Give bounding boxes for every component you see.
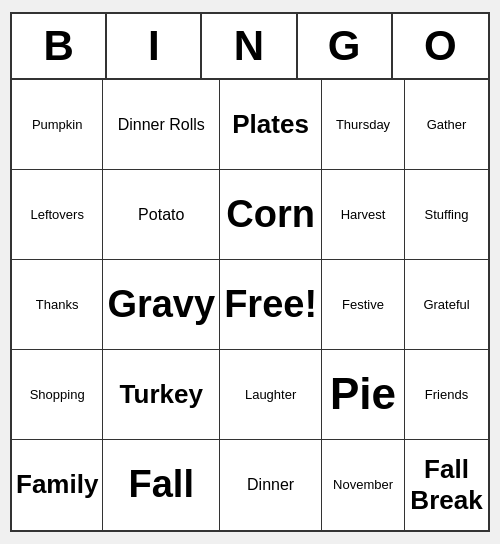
- cell-text: Leftovers: [30, 207, 83, 223]
- bingo-cell: Fall Break: [405, 440, 488, 530]
- cell-text: Gather: [427, 117, 467, 133]
- bingo-cell: Laughter: [220, 350, 322, 440]
- bingo-cell: Plates: [220, 80, 322, 170]
- cell-text: Turkey: [120, 379, 203, 410]
- cell-text: Pie: [330, 368, 396, 421]
- bingo-cell: Turkey: [103, 350, 220, 440]
- bingo-cell: Harvest: [322, 170, 405, 260]
- bingo-cell: Fall: [103, 440, 220, 530]
- cell-text: Free!: [224, 282, 317, 328]
- bingo-cell: Pumpkin: [12, 80, 103, 170]
- cell-text: Corn: [226, 192, 315, 238]
- bingo-cell: Friends: [405, 350, 488, 440]
- cell-text: Pumpkin: [32, 117, 83, 133]
- header-letter: N: [202, 14, 297, 78]
- cell-text: Festive: [342, 297, 384, 313]
- cell-text: Laughter: [245, 387, 296, 403]
- bingo-grid: PumpkinDinner RollsPlatesThursdayGatherL…: [12, 80, 488, 530]
- cell-text: Harvest: [341, 207, 386, 223]
- cell-text: Thursday: [336, 117, 390, 133]
- bingo-cell: Thursday: [322, 80, 405, 170]
- bingo-cell: Grateful: [405, 260, 488, 350]
- bingo-header: BINGO: [12, 14, 488, 80]
- bingo-cell: Stuffing: [405, 170, 488, 260]
- bingo-cell: Leftovers: [12, 170, 103, 260]
- bingo-card: BINGO PumpkinDinner RollsPlatesThursdayG…: [10, 12, 490, 532]
- cell-text: Dinner: [247, 475, 294, 494]
- cell-text: Shopping: [30, 387, 85, 403]
- bingo-cell: Family: [12, 440, 103, 530]
- bingo-cell: Gravy: [103, 260, 220, 350]
- cell-text: Fall Break: [409, 454, 484, 516]
- cell-text: Fall: [129, 462, 194, 508]
- bingo-cell: Shopping: [12, 350, 103, 440]
- bingo-cell: Dinner Rolls: [103, 80, 220, 170]
- header-letter: I: [107, 14, 202, 78]
- cell-text: Thanks: [36, 297, 79, 313]
- cell-text: Grateful: [423, 297, 469, 313]
- header-letter: O: [393, 14, 488, 78]
- bingo-cell: November: [322, 440, 405, 530]
- cell-text: Stuffing: [425, 207, 469, 223]
- cell-text: Dinner Rolls: [118, 115, 205, 134]
- bingo-cell: Pie: [322, 350, 405, 440]
- cell-text: Family: [16, 469, 98, 500]
- bingo-cell: Gather: [405, 80, 488, 170]
- cell-text: Plates: [232, 109, 309, 140]
- header-letter: G: [298, 14, 393, 78]
- bingo-cell: Corn: [220, 170, 322, 260]
- bingo-cell: Dinner: [220, 440, 322, 530]
- bingo-cell: Potato: [103, 170, 220, 260]
- bingo-cell: Thanks: [12, 260, 103, 350]
- cell-text: Friends: [425, 387, 468, 403]
- cell-text: November: [333, 477, 393, 493]
- cell-text: Gravy: [107, 282, 215, 328]
- bingo-cell: Festive: [322, 260, 405, 350]
- header-letter: B: [12, 14, 107, 78]
- bingo-cell: Free!: [220, 260, 322, 350]
- cell-text: Potato: [138, 205, 184, 224]
